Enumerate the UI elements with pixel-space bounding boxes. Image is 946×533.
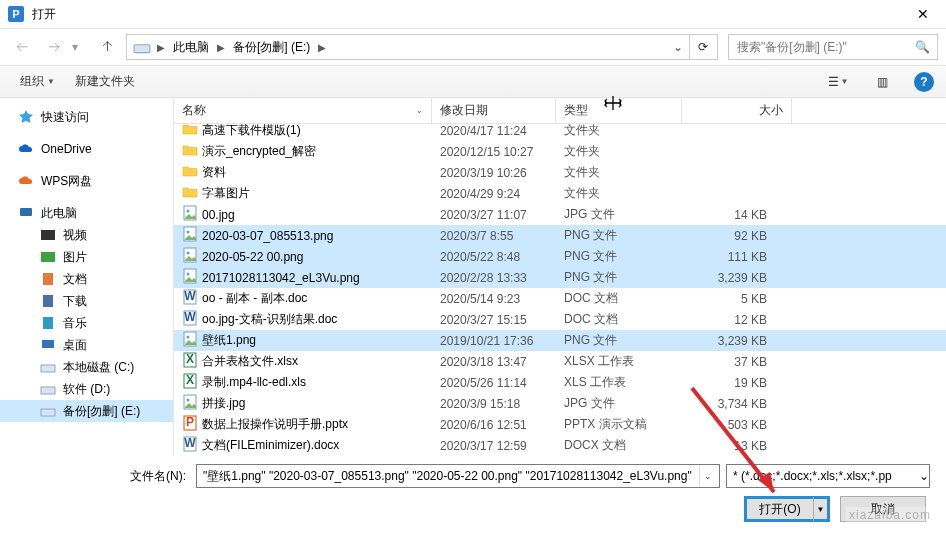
file-date: 2020/3/19 10:26 xyxy=(432,166,556,180)
view-mode-button[interactable]: ☰ ▼ xyxy=(818,75,858,89)
address-dropdown[interactable]: ⌄ xyxy=(667,40,689,54)
drive-icon xyxy=(40,403,56,419)
file-row[interactable]: Woo.jpg-文稿-识别结果.doc2020/3/27 15:15DOC 文档… xyxy=(174,309,946,330)
breadcrumb-segment-0[interactable]: 此电脑 xyxy=(167,35,215,59)
new-folder-button[interactable]: 新建文件夹 xyxy=(67,70,143,93)
sidebar-quick-access[interactable]: 快速访问 xyxy=(0,106,173,128)
file-size: 13 KB xyxy=(682,439,775,453)
file-name: 数据上报操作说明手册.pptx xyxy=(202,416,348,433)
breadcrumb-segment-1[interactable]: 备份[勿删] (E:) xyxy=(227,35,316,59)
file-row[interactable]: 00.jpg2020/3/27 11:07JPG 文件14 KB xyxy=(174,204,946,225)
window-title: 打开 xyxy=(32,6,56,23)
svg-text:W: W xyxy=(184,436,196,450)
file-size: 3,239 KB xyxy=(682,271,775,285)
file-name: 拼接.jpg xyxy=(202,395,245,412)
chevron-right-icon[interactable]: ▶ xyxy=(155,42,167,53)
file-row[interactable]: 资料2020/3/19 10:26文件夹 xyxy=(174,162,946,183)
file-row[interactable]: 2020-05-22 00.png2020/5/22 8:48PNG 文件111… xyxy=(174,246,946,267)
file-row[interactable]: 壁纸1.png2019/10/21 17:36PNG 文件3,239 KB xyxy=(174,330,946,351)
sidebar-downloads[interactable]: 下载 xyxy=(0,290,173,312)
file-row[interactable]: X合并表格文件.xlsx2020/3/18 13:47XLSX 工作表37 KB xyxy=(174,351,946,372)
sidebar-desktop[interactable]: 桌面 xyxy=(0,334,173,356)
file-row[interactable]: 字幕图片2020/4/29 9:24文件夹 xyxy=(174,183,946,204)
file-type: DOCX 文档 xyxy=(556,437,682,454)
svg-text:W: W xyxy=(184,289,196,303)
sidebar-drive-e[interactable]: 备份[勿删] (E:) xyxy=(0,400,173,422)
file-type: JPG 文件 xyxy=(556,395,682,412)
nav-up-button[interactable]: 🡡 xyxy=(94,33,122,61)
app-icon: P xyxy=(8,6,24,22)
svg-rect-1 xyxy=(20,208,32,216)
sidebar-drive-c[interactable]: 本地磁盘 (C:) xyxy=(0,356,173,378)
chevron-right-icon[interactable]: ▶ xyxy=(215,42,227,53)
downloads-icon xyxy=(40,293,56,309)
watermark: xiazaiba.com xyxy=(846,507,934,523)
svg-point-14 xyxy=(187,231,190,234)
file-type: DOC 文档 xyxy=(556,311,682,328)
open-button[interactable]: 打开(O) ▼ xyxy=(744,496,830,522)
file-row[interactable]: 2020-03-07_085513.png2020/3/7 8:55PNG 文件… xyxy=(174,225,946,246)
search-icon[interactable]: 🔍 xyxy=(915,40,933,54)
organize-button[interactable]: 组织▼ xyxy=(12,70,63,93)
file-date: 2020/6/16 12:51 xyxy=(432,418,556,432)
column-headers: 名称⌄ 修改日期 类型 大小 xyxy=(174,98,946,124)
file-row[interactable]: 拼接.jpg2020/3/9 15:18JPG 文件3,734 KB xyxy=(174,393,946,414)
file-row[interactable]: 高速下载件模版(1)2020/4/17 11:24文件夹 xyxy=(174,124,946,141)
sidebar-documents[interactable]: 文档 xyxy=(0,268,173,290)
file-size: 111 KB xyxy=(682,250,775,264)
help-icon[interactable]: ? xyxy=(914,72,934,92)
file-size: 503 KB xyxy=(682,418,775,432)
drive-icon xyxy=(133,38,151,56)
file-date: 2020/3/18 13:47 xyxy=(432,355,556,369)
file-type-filter[interactable]: * (*.doc;*.docx;*.xls;*.xlsx;*.pp ⌄ xyxy=(726,464,930,488)
sidebar-this-pc[interactable]: 此电脑 xyxy=(0,202,173,224)
svg-point-16 xyxy=(187,252,190,255)
file-icon: W xyxy=(182,289,198,308)
file-row[interactable]: 演示_encrypted_解密2020/12/15 10:27文件夹 xyxy=(174,141,946,162)
sidebar-pictures[interactable]: 图片 xyxy=(0,246,173,268)
refresh-button[interactable]: ⟳ xyxy=(689,35,715,59)
file-size: 14 KB xyxy=(682,208,775,222)
file-date: 2020/5/14 9:23 xyxy=(432,292,556,306)
file-row[interactable]: W文档(FILEminimizer).docx2020/3/17 12:59DO… xyxy=(174,435,946,456)
sidebar-drive-d[interactable]: 软件 (D:) xyxy=(0,378,173,400)
sidebar-onedrive[interactable]: OneDrive xyxy=(0,138,173,160)
open-split-dropdown[interactable]: ▼ xyxy=(813,497,827,521)
file-icon xyxy=(182,205,198,224)
drive-icon xyxy=(40,359,56,375)
file-row[interactable]: X录制.mp4-llc-edl.xls2020/5/26 11:14XLS 工作… xyxy=(174,372,946,393)
file-name: 壁纸1.png xyxy=(202,332,256,349)
file-icon: W xyxy=(182,436,198,455)
file-row[interactable]: 20171028113042_eL3Vu.png2020/2/28 13:33P… xyxy=(174,267,946,288)
column-name[interactable]: 名称⌄ xyxy=(174,98,432,123)
file-name: 00.jpg xyxy=(202,208,235,222)
file-row[interactable]: P数据上报操作说明手册.pptx2020/6/16 12:51PPTX 演示文稿… xyxy=(174,414,946,435)
chevron-right-icon[interactable]: ▶ xyxy=(316,42,328,53)
column-size[interactable]: 大小 xyxy=(682,98,792,123)
search-input[interactable]: 搜索"备份[勿删] (E:)" 🔍 xyxy=(728,34,938,60)
file-size: 37 KB xyxy=(682,355,775,369)
sidebar-wps[interactable]: WPS网盘 xyxy=(0,170,173,192)
file-list[interactable]: 高速下载件模版(1)2020/4/17 11:24文件夹演示_encrypted… xyxy=(174,124,946,456)
filename-dropdown[interactable]: ⌄ xyxy=(699,465,715,487)
svg-point-18 xyxy=(187,273,190,276)
column-date[interactable]: 修改日期 xyxy=(432,98,556,123)
file-name: 2020-03-07_085513.png xyxy=(202,229,333,243)
sidebar-music[interactable]: 音乐 xyxy=(0,312,173,334)
nav-recent-dropdown[interactable]: ▾ xyxy=(72,40,90,54)
filter-dropdown[interactable]: ⌄ xyxy=(919,469,929,483)
column-type[interactable]: 类型 xyxy=(556,98,682,123)
close-button[interactable]: ✕ xyxy=(900,0,946,29)
svg-text:X: X xyxy=(186,352,194,366)
sidebar-videos[interactable]: 视频 xyxy=(0,224,173,246)
address-bar[interactable]: ▶ 此电脑 ▶ 备份[勿删] (E:) ▶ ⌄ ⟳ xyxy=(126,34,718,60)
filename-input[interactable]: "壁纸1.png" "2020-03-07_085513.png" "2020-… xyxy=(196,464,720,488)
nav-back-button[interactable]: 🡠 xyxy=(8,33,36,61)
nav-forward-button[interactable]: 🡢 xyxy=(40,33,68,61)
preview-pane-button[interactable]: ▥ xyxy=(862,75,902,89)
file-icon xyxy=(182,394,198,413)
file-icon: X xyxy=(182,352,198,371)
file-type: PNG 文件 xyxy=(556,227,682,244)
file-row[interactable]: Woo - 副本 - 副本.doc2020/5/14 9:23DOC 文档5 K… xyxy=(174,288,946,309)
file-date: 2020/12/15 10:27 xyxy=(432,145,556,159)
